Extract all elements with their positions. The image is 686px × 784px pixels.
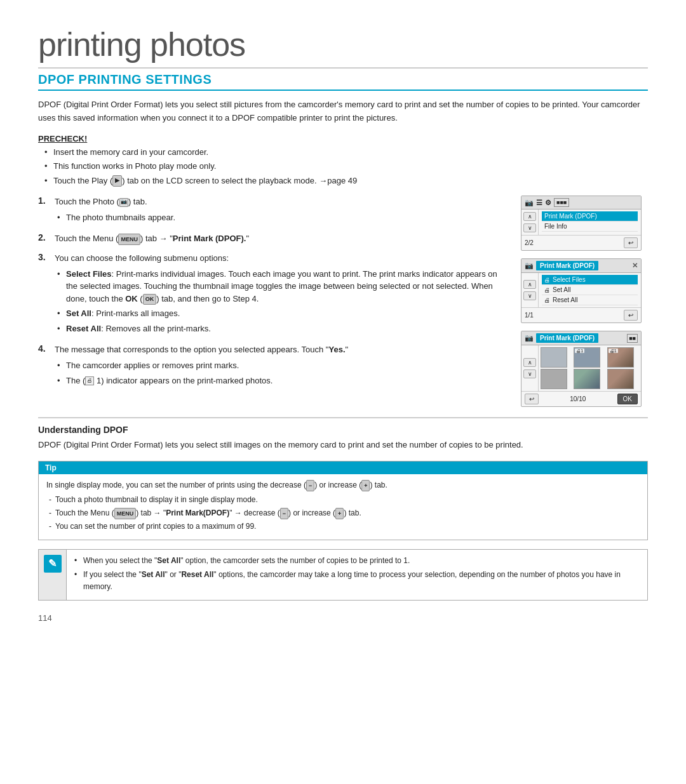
panel-2-header: 📷 Print Mark (DPOF) ✕ [521,259,641,273]
increase-icon-2: + [335,508,344,519]
panel-1-gear-icon: ⚙ [545,199,551,207]
panel-3-thumbnails: 🖨1 🖨1 [539,345,641,391]
panel-2-up-btn[interactable]: ∧ [523,280,536,289]
precheck-label: PRECHECK! [38,134,648,143]
step-4-sub-1: The camcorder applies or removes print m… [55,359,508,372]
panel-3-photo-icon: 📷 [525,334,534,342]
menu-icon-2: MENU [114,508,137,519]
step-1-sub-1: The photo thumbnails appear. [55,211,508,224]
step-1-num: 1. [38,196,50,206]
note-box: ✎ When you select the "Set All" option, … [38,549,648,601]
note-item-2: If you select the "Set All" or "Reset Al… [74,569,640,593]
step-2-content: Touch the Menu (MENU) tab → "Print Mark … [55,232,508,246]
page-title: printing photos [38,25,648,69]
panel-3-down-btn[interactable]: ∨ [523,369,536,378]
ok-icon: OK [143,294,157,305]
panel-2-item-resetall[interactable]: 🖨 Reset All [542,295,638,305]
panel-2-down-btn[interactable]: ∨ [523,291,536,300]
print-mark-2: 🖨1 [609,349,618,353]
panel-3-up-btn[interactable]: ∧ [523,358,536,367]
tip-dash-2: Touch the Menu (MENU) tab → "Print Mark(… [46,507,640,519]
menu-icon: MENU [118,234,140,245]
thumb-6[interactable] [607,369,634,389]
panel-3-header: 📷 Print Mark (DPOF) ■■ [521,331,641,345]
step-3-sub-1: Select Files: Print-marks individual ima… [55,268,508,305]
step-1-content: Touch the Photo (📷) tab. The photo thumb… [55,196,508,226]
understanding-title: Understanding DPOF [38,425,648,435]
ui-panels-column: 📷 ☰ ⚙ ■■■ ∧ ∨ Print Mark (DPOF) File Inf… [521,196,648,407]
ui-panel-1: 📷 ☰ ⚙ ■■■ ∧ ∨ Print Mark (DPOF) File Inf… [521,196,642,251]
step-3-sub-2: Set All: Print-marks all images. [55,307,508,320]
panel-2-item-setall-label: Set All [553,286,570,293]
precheck-item-3: Touch the Play (▶) tab on the LCD screen… [44,175,648,187]
panel-2-counter: 1/1 [525,312,534,319]
understanding-text: DPOF (Digital Print Order Format) lets y… [38,439,648,452]
panel-3-nav: ∧ ∨ [521,345,539,391]
thumb-1[interactable] [541,347,567,368]
panel-1-item-printmark[interactable]: Print Mark (DPOF) [542,211,638,222]
note-content: When you select the "Set All" option, th… [67,550,647,601]
panel-2-close-icon[interactable]: ✕ [632,262,638,270]
panel-3-counter: 10/10 [570,395,586,402]
photo-tab-icon: 📷 [119,198,128,207]
panel-2-title: Print Mark (DPOF) [536,261,598,270]
thumb-3[interactable]: 🖨1 [607,347,634,368]
panel-2-item-selectfiles[interactable]: 🖨 Select Files [542,275,638,285]
panel-1-counter: 2/2 [525,239,534,246]
panel-2-body: ∧ ∨ 🖨 Select Files 🖨 Set All 🖨 Reset All [521,273,641,307]
step-3-content: You can choose the following submenu opt… [55,252,508,337]
thumb-5[interactable] [574,369,600,389]
panel-1-body: ∧ ∨ Print Mark (DPOF) File Info [521,209,641,235]
page-number: 114 [38,613,648,623]
section-title: DPOF PRINTING SETTINGS [38,72,648,91]
step-4: 4. The message that corresponds to the o… [38,343,508,389]
step-4-sub-2: The (🖨 1) indicator appears on the print… [55,375,508,387]
precheck-list: Insert the memory card in your camcorder… [44,146,648,187]
panel-1-back-btn[interactable]: ↩ [624,237,638,248]
step-4-content: The message that corresponds to the opti… [55,343,508,389]
divider-1 [38,417,648,418]
step-3-sub-3: Reset All: Removes all the print-marks. [55,322,508,335]
panel-3-title: Print Mark (DPOF) [536,333,598,343]
panel-2-item-setall[interactable]: 🖨 Set All [542,285,638,295]
thumb-2[interactable]: 🖨1 [574,347,600,368]
thumb-4[interactable] [541,369,567,389]
panel-3-back-btn[interactable]: ↩ [525,394,539,404]
precheck-item-1: Insert the memory card in your camcorder… [44,146,648,159]
panel-1-footer: 2/2 ↩ [521,235,641,250]
increase-icon: + [361,480,370,491]
panel-3-body: ∧ ∨ 🖨1 🖨1 [521,345,641,391]
panel-1-item-fileinfo[interactable]: File Info [542,222,638,232]
panel-2-back-btn[interactable]: ↩ [624,310,638,321]
panel-2-photo-icon: 📷 [525,262,534,270]
panel-3-battery-icon: ■■ [627,334,638,343]
panel-3-footer: ↩ 10/10 OK [521,391,641,406]
panel-3-ok-btn[interactable]: OK [617,394,638,404]
panel-2-resetall-icon: 🖨 [544,297,550,303]
panel-2-nav: ∧ ∨ [521,273,539,307]
tip-dash-list: Touch a photo thumbnail to display it in… [46,494,640,533]
intro-text: DPOF (Digital Print Order Format) lets y… [38,98,648,125]
panel-1-menu: Print Mark (DPOF) File Info [539,209,641,235]
decrease-icon: − [306,480,314,491]
panel-1-nav: ∧ ∨ [521,209,539,235]
panel-2-setall-icon: 🖨 [544,287,550,293]
step-3-num: 3. [38,252,50,262]
note-icon: ✎ [44,555,62,573]
print-mark-1: 🖨1 [575,349,584,353]
tip-dash-1: Touch a photo thumbnail to display it in… [46,494,640,506]
panel-2-footer: 1/1 ↩ [521,307,641,322]
panel-1-down-btn[interactable]: ∨ [523,223,536,232]
panel-1-photo-icon: 📷 [525,199,534,207]
tip-content: In single display mode, you can set the … [39,474,647,540]
panel-1-menu-icon: ☰ [536,199,542,207]
tip-text: In single display mode, you can set the … [46,481,387,489]
panel-1-header: 📷 ☰ ⚙ ■■■ [521,196,641,209]
step-4-num: 4. [38,343,50,354]
panel-1-up-btn[interactable]: ∧ [523,212,536,221]
panel-1-battery-icon: ■■■ [554,198,569,207]
step-2: 2. Touch the Menu (MENU) tab → "Print Ma… [38,232,508,246]
tip-dash-3: You can set the number of print copies t… [46,521,640,533]
step-2-num: 2. [38,232,50,243]
tip-box: Tip In single display mode, you can set … [38,461,648,540]
